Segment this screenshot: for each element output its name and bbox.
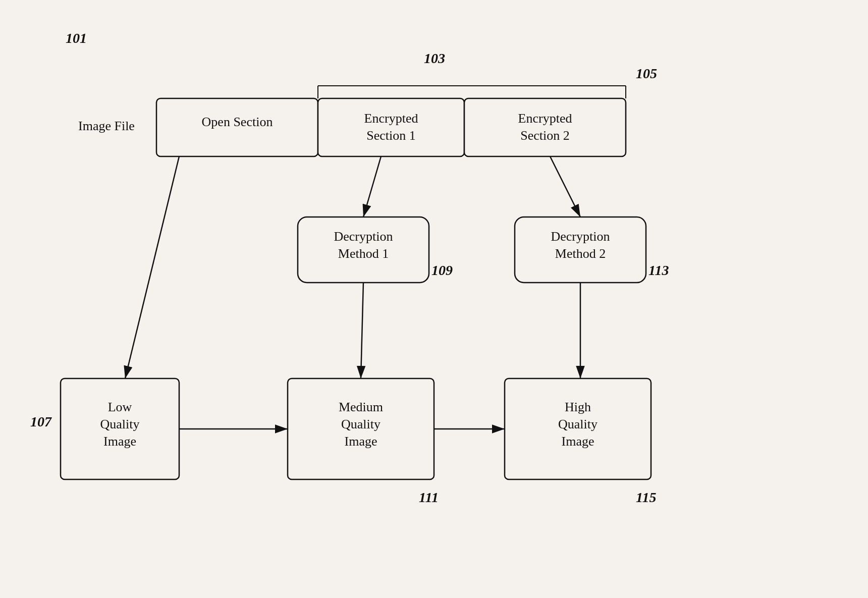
high-quality-image-label: HighQualityImage <box>506 399 650 450</box>
ref-103: 103 <box>424 50 445 67</box>
low-quality-image-text: LowQualityImage <box>100 400 140 449</box>
encrypted-section-2-label: EncryptedSection 2 <box>465 110 625 144</box>
ref-105: 105 <box>636 66 657 82</box>
high-quality-image-text: HighQualityImage <box>558 400 598 449</box>
svg-line-13 <box>550 156 580 217</box>
open-section-label: Open Section <box>159 114 315 131</box>
decryption-method-1-label: DecryptionMethod 1 <box>299 228 428 262</box>
low-quality-image-label: LowQualityImage <box>62 399 178 450</box>
encrypted-section-1-label: EncryptedSection 1 <box>319 110 463 144</box>
ref-107: 107 <box>30 414 51 430</box>
svg-line-11 <box>363 156 381 217</box>
decryption-method-2-text: DecryptionMethod 2 <box>551 229 610 261</box>
encrypted-section-2-text: EncryptedSection 2 <box>518 111 572 143</box>
svg-line-12 <box>361 283 363 378</box>
image-file-label: Image File <box>78 119 135 134</box>
medium-quality-image-text: MediumQualityImage <box>339 400 383 449</box>
svg-line-10 <box>125 156 179 378</box>
decryption-method-2-label: DecryptionMethod 2 <box>516 228 645 262</box>
ref-101: 101 <box>66 30 87 46</box>
decryption-method-1-text: DecryptionMethod 1 <box>334 229 393 261</box>
medium-quality-image-label: MediumQualityImage <box>289 399 433 450</box>
ref-109: 109 <box>431 262 453 279</box>
encrypted-section-1-text: EncryptedSection 1 <box>364 111 418 143</box>
diagram-svg <box>0 0 868 598</box>
ref-113: 113 <box>648 262 669 279</box>
diagram-container: 101 Image File 103 105 Open Section Encr… <box>0 0 868 598</box>
ref-111: 111 <box>419 490 439 506</box>
ref-115: 115 <box>636 490 656 506</box>
